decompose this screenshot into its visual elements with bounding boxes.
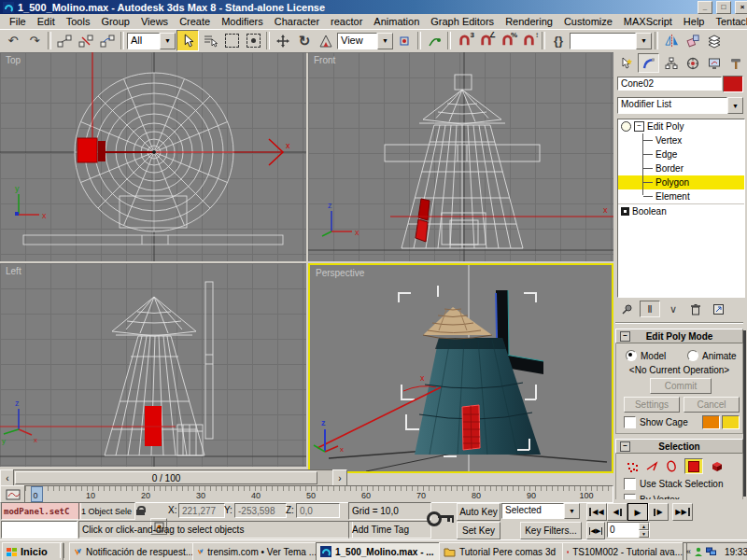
play-button[interactable]: ▶ xyxy=(627,503,648,521)
menu-item-reactor[interactable]: reactor xyxy=(325,15,368,28)
bind-to-space-warp-icon[interactable] xyxy=(97,31,118,50)
layer-manager-icon[interactable] xyxy=(704,31,725,50)
menu-item-tentacles[interactable]: Tentacles xyxy=(710,15,747,28)
pin-stack-icon[interactable] xyxy=(617,301,636,316)
taskbar-window-pdf[interactable]: TS10M002 - Tutorial ava... xyxy=(562,542,687,560)
tab-modify-icon[interactable] xyxy=(638,53,659,73)
chevron-down-icon[interactable]: ▼ xyxy=(636,33,652,49)
show-end-result-icon[interactable]: ‖ xyxy=(640,301,660,317)
tab-utilities-icon[interactable] xyxy=(726,54,745,72)
menu-item-animation[interactable]: Animation xyxy=(368,15,425,28)
use-stack-selection-checkbox[interactable]: Use Stack Selection xyxy=(624,478,724,490)
cage-color-swatch[interactable] xyxy=(702,415,720,429)
chevron-down-icon[interactable]: ▼ xyxy=(564,503,580,519)
z-coordinate-field[interactable] xyxy=(296,503,340,518)
frame-spinner[interactable]: ▲▼ xyxy=(639,523,649,537)
object-name-field[interactable] xyxy=(617,77,722,91)
menu-item-views[interactable]: Views xyxy=(135,15,174,28)
select-and-move-icon[interactable] xyxy=(273,31,293,50)
next-frame-button[interactable]: ▶ xyxy=(648,503,669,521)
taskbar-window-trensim[interactable]: trensim.com • Ver Tema ... xyxy=(192,542,321,560)
time-slider-next-button[interactable]: › xyxy=(332,469,347,486)
key-filters-button[interactable]: Key Filters... xyxy=(520,522,582,539)
previous-frame-button[interactable]: ◀ xyxy=(607,503,627,521)
menu-item-customize[interactable]: Customize xyxy=(558,15,618,28)
taskbar-window-folder[interactable]: Tutorial Pere comas 3d xyxy=(439,542,568,560)
x-coordinate-field[interactable] xyxy=(178,503,225,518)
select-and-scale-icon[interactable] xyxy=(316,31,336,50)
viewport-left[interactable]: Left z y x xyxy=(0,263,306,467)
chevron-down-icon[interactable]: ▼ xyxy=(377,33,393,49)
select-and-link-icon[interactable] xyxy=(54,31,75,50)
make-unique-icon[interactable]: ∨ xyxy=(664,301,683,316)
edit-named-selections-icon[interactable]: {} xyxy=(548,31,569,50)
select-and-rotate-icon[interactable]: ↻ xyxy=(294,31,315,50)
menu-item-edit[interactable]: Edit xyxy=(32,15,61,28)
rollout-edit-poly-mode-header[interactable]: − Edit Poly Mode xyxy=(615,329,743,343)
tab-hierarchy-icon[interactable] xyxy=(661,54,681,72)
maxscript-mini-listener-input[interactable] xyxy=(1,521,78,539)
stack-item-boolean[interactable]: Boolean xyxy=(618,203,744,218)
mirror-icon[interactable] xyxy=(661,31,682,50)
cage-selected-color-swatch[interactable] xyxy=(722,415,740,429)
stack-item-polygon-selected[interactable]: Polygon xyxy=(618,175,744,189)
time-slider-button[interactable]: 0 / 100 xyxy=(15,471,317,484)
crossing-selection-icon[interactable] xyxy=(243,31,263,50)
named-selection-dropdown[interactable]: ▼ xyxy=(570,33,652,49)
stack-item-element[interactable]: Element xyxy=(618,189,744,203)
network-tray-icon[interactable] xyxy=(706,547,716,556)
taskbar-window-3dsmax-active[interactable]: 1_500_Molino.max - ... xyxy=(316,542,444,560)
configure-modifier-sets-icon[interactable] xyxy=(709,301,727,316)
messenger-tray-icon[interactable] xyxy=(694,547,703,556)
go-to-start-button[interactable]: ◀◀ xyxy=(586,503,607,521)
tab-display-icon[interactable] xyxy=(704,54,724,72)
redo-icon[interactable]: ↷ xyxy=(24,31,45,50)
object-color-swatch[interactable] xyxy=(723,76,743,92)
y-coordinate-field[interactable] xyxy=(234,503,287,518)
use-pivot-center-icon[interactable] xyxy=(394,31,415,50)
viewport-perspective[interactable]: Perspective xyxy=(308,263,613,473)
viewport-top-label[interactable]: Top xyxy=(6,55,21,65)
menu-item-tools[interactable]: Tools xyxy=(61,15,96,28)
current-frame-input[interactable] xyxy=(608,523,639,537)
menu-item-create[interactable]: Create xyxy=(174,15,216,28)
menu-item-modifiers[interactable]: Modifiers xyxy=(216,15,269,28)
rollout-selection-header[interactable]: − Selection xyxy=(615,439,743,454)
stack-item-border[interactable]: Border xyxy=(618,161,744,175)
menu-item-maxscript[interactable]: MAXScript xyxy=(618,15,678,28)
commit-button[interactable]: Commit xyxy=(650,378,712,394)
key-mode-toggle-button[interactable]: ◀▶ xyxy=(586,522,605,539)
chevron-down-icon[interactable]: ▼ xyxy=(727,97,743,114)
select-by-name-icon[interactable] xyxy=(200,31,220,50)
close-button[interactable]: × xyxy=(735,1,747,14)
add-time-tag-pane[interactable]: Add Time Tag xyxy=(348,521,431,539)
selection-filter-dropdown[interactable]: All▼ xyxy=(127,33,176,49)
maximize-button[interactable]: □ xyxy=(716,1,731,14)
show-cage-checkbox[interactable]: Show Cage xyxy=(624,416,688,428)
visibility-bulb-icon[interactable] xyxy=(621,121,631,132)
select-object-button[interactable] xyxy=(176,30,199,51)
track-bar-ruler[interactable]: 0102030405060708090100 xyxy=(24,485,613,503)
model-radio[interactable]: Model xyxy=(626,350,666,361)
edge-subobject-icon[interactable] xyxy=(645,460,658,472)
unlink-selection-icon[interactable] xyxy=(76,31,96,50)
element-subobject-icon[interactable] xyxy=(710,460,724,472)
time-slider-track[interactable]: 0 / 100 xyxy=(13,469,334,486)
viewport-left-label[interactable]: Left xyxy=(6,266,21,276)
menu-item-file[interactable]: File xyxy=(4,15,32,28)
undo-icon[interactable]: ↶ xyxy=(3,31,23,50)
tab-create-icon[interactable] xyxy=(616,54,636,72)
tab-motion-icon[interactable] xyxy=(683,54,702,72)
menu-item-help[interactable]: Help xyxy=(678,15,711,28)
spinner-snap-toggle-icon[interactable]: ↕ xyxy=(518,31,539,50)
panel-scrollbar[interactable] xyxy=(743,330,746,497)
menu-item-group[interactable]: Group xyxy=(95,15,135,28)
tray-clock[interactable]: 19:33 xyxy=(725,547,747,557)
maxscript-mini-listener-output[interactable]: modPanel.setC xyxy=(1,502,81,520)
viewport-perspective-label[interactable]: Perspective xyxy=(316,268,364,278)
menu-item-graph-editors[interactable]: Graph Editors xyxy=(425,15,500,28)
open-mini-curve-editor-button[interactable] xyxy=(0,485,26,503)
minimize-button[interactable]: _ xyxy=(698,1,712,14)
set-key-button[interactable]: Set Key xyxy=(457,522,500,539)
stack-item-vertex[interactable]: Vertex xyxy=(618,133,744,147)
